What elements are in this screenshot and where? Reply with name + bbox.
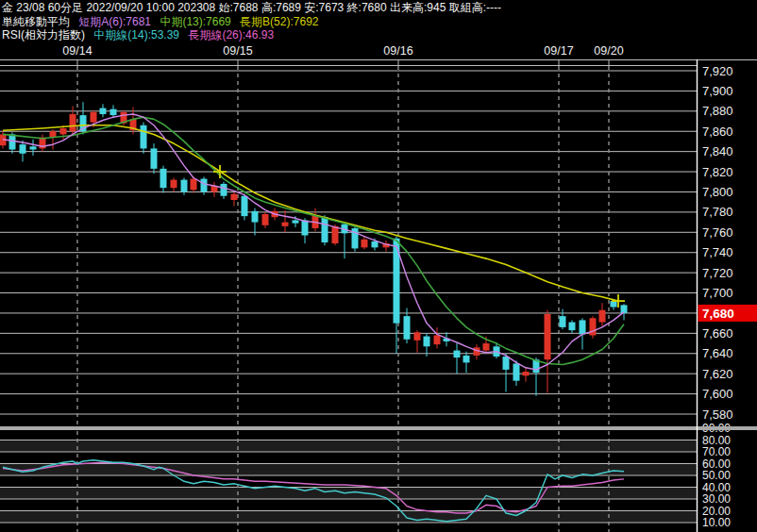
price-axis-label: 7,580	[702, 407, 733, 422]
price-axis-label: 7,660	[702, 326, 733, 341]
candle-up	[70, 114, 76, 131]
date-label: 09/16	[383, 44, 412, 58]
candle-down	[454, 351, 461, 357]
date-label: 09/14	[62, 44, 92, 58]
candle-down	[252, 211, 259, 223]
candle-down	[201, 179, 208, 192]
candle-down	[100, 108, 107, 114]
rsi-band	[0, 464, 697, 476]
candle-down	[221, 184, 227, 196]
candle-down	[611, 301, 617, 307]
candle-down	[242, 196, 248, 216]
ma-short-line	[3, 114, 624, 370]
ma-mid-line	[3, 117, 624, 364]
price-axis-label: 7,740	[702, 245, 733, 259]
candle-down	[513, 363, 520, 380]
candle-down	[503, 357, 510, 370]
price-axis-label: 7,900	[702, 84, 733, 98]
date-label: 09/15	[223, 44, 252, 58]
price-axis-label: 7,720	[702, 266, 733, 280]
candle-down	[302, 220, 309, 235]
candlestick-chart: 7,9207,9007,8807,8607,8407,8207,8007,780…	[0, 0, 757, 532]
price-axis-label: 7,880	[702, 104, 733, 118]
candle-up	[262, 214, 269, 225]
price-axis-label: 7,700	[702, 286, 733, 300]
candle-down	[9, 134, 16, 149]
rsi-band	[0, 441, 697, 453]
price-axis-label: 7,780	[702, 205, 733, 219]
candle-down	[394, 239, 400, 324]
candle-up	[231, 194, 238, 200]
date-label: 09/17	[544, 44, 573, 58]
rsi-band	[0, 511, 697, 524]
price-axis-label: 7,600	[702, 387, 733, 401]
candle-up	[191, 179, 197, 191]
candle-down	[560, 316, 566, 327]
date-label: 09/20	[594, 44, 623, 58]
candle-up	[91, 112, 97, 123]
candle-up	[523, 372, 530, 375]
price-axis-label: 7,920	[702, 64, 733, 78]
candle-down	[580, 320, 586, 334]
candle-up	[599, 310, 606, 323]
candle-down	[569, 323, 576, 331]
candle-up	[590, 318, 597, 335]
price-axis-label: 7,640	[702, 346, 733, 360]
candle-down	[141, 125, 147, 149]
candle-up	[414, 332, 421, 341]
price-axis-label: 7,620	[702, 367, 733, 381]
candle-down	[181, 180, 188, 192]
candle-down	[372, 241, 378, 247]
candle-down	[293, 220, 299, 223]
candle-up	[362, 240, 368, 248]
price-axis-label: 7,860	[702, 125, 733, 139]
candle-down	[110, 109, 117, 115]
candle-up	[171, 180, 177, 189]
candle-down	[20, 144, 26, 154]
current-price-label: 7,680	[702, 307, 734, 321]
candle-up	[332, 226, 339, 243]
candle-up	[545, 314, 551, 359]
candle-up	[434, 335, 441, 344]
candle-down	[160, 169, 167, 188]
candle-down	[404, 316, 411, 340]
rsi-axis-label: 10.00	[702, 516, 731, 529]
candle-down	[151, 148, 158, 168]
candle-down	[621, 305, 628, 313]
price-axis-label: 7,800	[702, 185, 733, 199]
price-axis-label: 7,760	[702, 225, 733, 240]
candle-up	[483, 343, 490, 350]
price-axis-label: 7,820	[702, 165, 733, 179]
candle-up	[60, 128, 67, 134]
price-axis-label: 7,840	[702, 144, 733, 158]
candle-down	[322, 217, 328, 242]
candle-down	[424, 337, 430, 347]
candle-down	[463, 356, 470, 362]
candle-up	[282, 223, 289, 226]
candle-down	[30, 146, 37, 149]
